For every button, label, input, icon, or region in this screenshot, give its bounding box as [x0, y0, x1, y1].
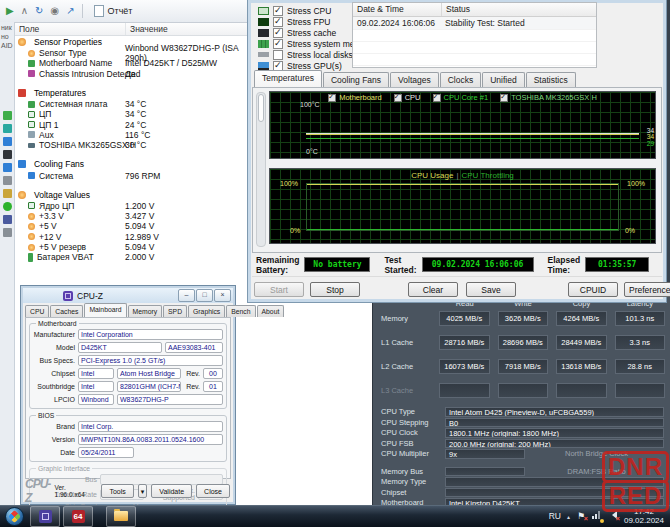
log-table-header: Date & Time Status	[353, 3, 596, 17]
sensor-row[interactable]: +3.3 V 3.427 V	[15, 211, 247, 221]
stress-option-checkbox[interactable]	[273, 17, 283, 27]
sensor-row-value: 5.094 V	[125, 221, 154, 231]
taskbar: 64 RU ▴ ⚑× × 17:42 09.02.2024	[0, 505, 670, 527]
legend-checkbox-icon[interactable]	[394, 94, 402, 102]
minimize-button[interactable]: –	[178, 289, 195, 302]
legend-item[interactable]: CPU	[394, 93, 421, 102]
toolbar-icon[interactable]: ∧	[21, 6, 28, 16]
log-col-status[interactable]: Status	[442, 3, 596, 16]
taskbar-cpuz-button[interactable]	[30, 506, 60, 527]
stress-option-checkbox[interactable]	[273, 6, 283, 16]
toolbar-icon[interactable]: ◉	[50, 6, 59, 16]
toolbar-separator	[82, 4, 83, 18]
sensor-row[interactable]: Chassis Intrusion Detected Да	[15, 69, 247, 79]
cpuz-body: CPUCachesMainboardMemorySPDGraphicsBench…	[25, 304, 231, 501]
stress-tab[interactable]: Clocks	[440, 72, 482, 87]
sensor-row[interactable]: +5 V резерв 5.094 V	[15, 242, 247, 252]
sensor-row-value: 34 °C	[125, 99, 146, 109]
field-column-header[interactable]: Поле	[15, 23, 126, 35]
stress-button[interactable]: Clear	[408, 282, 458, 297]
toolbar-icon[interactable]: ↻	[35, 6, 43, 16]
stress-tab[interactable]: Unified	[482, 72, 524, 87]
stress-option-checkbox[interactable]	[273, 28, 283, 38]
toolbar-icon[interactable]: ↗	[66, 6, 74, 16]
action-center-flag-icon[interactable]: ⚑×	[576, 512, 586, 521]
value-column-header[interactable]: Значение	[126, 23, 168, 35]
sensor-row[interactable]: Motherboard Name Intel D425KT / D525MW	[15, 58, 247, 68]
temperature-graph: Motherboard CPU CPU Core #1 TOSHIBA MK32…	[269, 91, 656, 159]
cpuz-title-bar[interactable]: CPU-Z – □ ×	[23, 288, 233, 303]
sensor-row[interactable]: +5 V 5.094 V	[15, 221, 247, 231]
cpuz-tab[interactable]: Caches	[50, 305, 83, 317]
sensor-row[interactable]: Aux 116 °C	[15, 130, 247, 140]
stress-tab[interactable]: Statistics	[526, 72, 576, 87]
sensor-row[interactable]: Ядро ЦП 1.200 V	[15, 201, 247, 211]
bios-brand-value: Intel Corp.	[78, 421, 223, 432]
usage-plot-area	[306, 183, 619, 231]
stress-button[interactable]: Save	[466, 282, 516, 297]
chipset-vendor-value: Intel	[78, 368, 114, 379]
stress-button[interactable]: Start	[254, 282, 304, 297]
sensor-row-icon	[28, 213, 35, 220]
sensor-row[interactable]: ЦП 34 °C	[15, 109, 247, 119]
cpuz-close-button[interactable]: Close	[196, 484, 230, 498]
graph-scrollbar[interactable]	[256, 92, 266, 247]
log-row[interactable]: 09.02.2024 16:06:06 Stability Test: Star…	[353, 17, 596, 29]
validate-button[interactable]: Validate	[151, 484, 192, 498]
stress-option-checkbox[interactable]	[273, 61, 283, 71]
legend-item[interactable]: CPU Core #1	[433, 93, 489, 102]
legend-checkbox-icon[interactable]	[433, 94, 441, 102]
sensor-row-label: Sensor Type	[39, 48, 87, 58]
stress-option-icon	[258, 29, 269, 37]
stress-option-checkbox[interactable]	[273, 50, 283, 60]
sensor-row-value: 116 °C	[125, 130, 150, 140]
log-col-datetime[interactable]: Date & Time	[353, 3, 442, 16]
stress-tab[interactable]: Temperatures	[254, 70, 322, 87]
cpuz-tab[interactable]: Mainboard	[84, 303, 126, 317]
maximize-button[interactable]: □	[196, 289, 213, 302]
cpuz-tab[interactable]: Graphics	[188, 305, 225, 317]
cpuz-tab[interactable]: CPU	[25, 305, 49, 317]
cpuz-tab[interactable]: About	[257, 305, 285, 317]
stress-button[interactable]: CPUID	[568, 282, 618, 297]
cpu-info-row: CPU SteppingB0	[381, 418, 664, 428]
network-icon[interactable]	[592, 511, 602, 521]
stress-tab[interactable]: Voltages	[390, 72, 439, 87]
stress-button[interactable]: Stop	[310, 282, 360, 297]
volume-icon[interactable]: ×	[608, 511, 618, 521]
tools-button[interactable]: Tools	[101, 484, 133, 498]
start-button[interactable]	[5, 507, 24, 526]
sensor-row[interactable]: Батарея VBAT 2.000 V	[15, 252, 247, 262]
taskbar-aida64-button[interactable]: 64	[63, 506, 93, 527]
hidden-icons-arrow[interactable]: ▴	[567, 513, 570, 520]
temperature-graph-legend: Motherboard CPU CPU Core #1 TOSHIBA MK32…	[270, 93, 655, 102]
write-value: 3626 MB/s	[498, 311, 549, 326]
sensor-row[interactable]: +12 V 12.989 V	[15, 232, 247, 242]
sensor-row[interactable]: Системная плата 34 °C	[15, 99, 247, 109]
report-button[interactable]: Отчёт	[90, 3, 137, 19]
legend-item[interactable]: Motherboard	[328, 93, 382, 102]
legend-checkbox-icon[interactable]	[328, 94, 336, 102]
sensor-row[interactable]: TOSHIBA MK3265GSX H 30 °C	[15, 140, 247, 150]
language-indicator[interactable]: RU	[549, 511, 561, 521]
sensor-row[interactable]: Sensor Type Winbond W83627DHG-P (ISA 290…	[15, 48, 247, 58]
stress-option-checkbox[interactable]	[273, 39, 283, 49]
sensor-row[interactable]: ЦП 1 24 °C	[15, 119, 247, 129]
cpuz-tab[interactable]: SPD	[163, 305, 187, 317]
legend-item[interactable]: TOSHIBA MK3265GSX H	[500, 93, 597, 102]
stress-tab[interactable]: Cooling Fans	[323, 72, 389, 87]
legend-checkbox-icon[interactable]	[500, 94, 508, 102]
bios-group: BIOS Brand Intel Corp. Version MWPNT10N.…	[29, 415, 227, 462]
cpuz-tab[interactable]: Bench	[226, 305, 255, 317]
cpuz-tab[interactable]: Memory	[128, 305, 163, 317]
sensor-row[interactable]: Система 796 RPM	[15, 170, 247, 180]
taskbar-explorer-button[interactable]	[106, 506, 136, 527]
toolbar-icon[interactable]: ▶	[6, 6, 14, 16]
background-icon	[3, 163, 12, 172]
aida64-taskbar-icon: 64	[72, 510, 85, 523]
cpu-info-label: Memory Bus	[381, 467, 441, 476]
stress-button[interactable]: Preferences	[624, 282, 670, 297]
tools-dropdown-icon[interactable]: ▾	[138, 484, 148, 498]
close-button[interactable]: ×	[214, 289, 231, 302]
log-empty-row	[353, 41, 596, 53]
